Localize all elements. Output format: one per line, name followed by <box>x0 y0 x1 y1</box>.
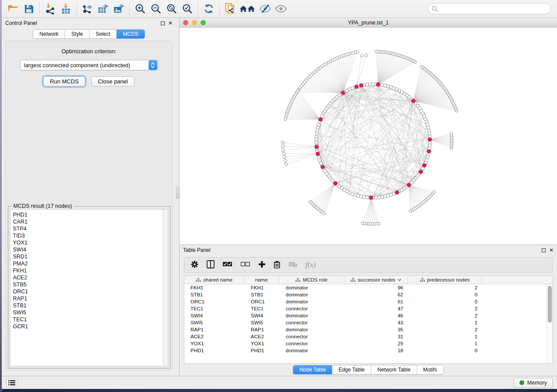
table-settings-gear-icon[interactable] <box>190 260 199 270</box>
cell-successor-nodes[interactable]: 46 <box>345 312 409 319</box>
tab-edge-table[interactable]: Edge Table <box>332 365 371 374</box>
delete-row-trash-icon[interactable] <box>273 260 280 270</box>
mcds-result-item[interactable]: GCR1 <box>13 323 160 330</box>
mcds-result-item[interactable]: STB5 <box>13 281 160 288</box>
cell-MCDS-role[interactable]: dominator <box>280 298 345 305</box>
tab-node-table[interactable]: Node Table <box>293 365 332 374</box>
column-header-MCDS-role[interactable]: MCDS role <box>279 276 344 284</box>
table-row[interactable]: TEC1TEC1connector472 <box>184 305 552 312</box>
table-row[interactable]: YOX1YOX1connector291 <box>184 340 552 347</box>
cell-name[interactable]: YOX1 <box>245 340 280 347</box>
import-table-icon[interactable] <box>58 1 74 16</box>
column-header-successor-nodes[interactable]: successor nodes <box>344 276 408 284</box>
network-canvas[interactable] <box>180 28 557 244</box>
deselect-all-icon[interactable] <box>240 261 250 269</box>
tab-mcds[interactable]: MCDS <box>117 30 144 38</box>
show-all-icon[interactable] <box>273 1 289 16</box>
zoom-in-icon[interactable] <box>132 1 148 16</box>
cell-successor-nodes[interactable]: 62 <box>345 291 409 298</box>
cell-name[interactable]: STB1 <box>245 291 280 298</box>
tab-motifs[interactable]: Motifs <box>417 365 443 374</box>
run-mcds-button[interactable]: Run MCDS <box>43 76 85 86</box>
mcds-result-item[interactable]: ORC1 <box>13 288 160 295</box>
cell-predecessor-nodes[interactable]: 1 <box>409 340 484 347</box>
select-all-icon[interactable] <box>222 261 232 269</box>
cell-successor-nodes[interactable]: 31 <box>345 333 409 340</box>
table-row[interactable]: STB1STB1dominator620 <box>184 291 552 298</box>
cell-name[interactable]: ACE2 <box>245 333 280 340</box>
cell-name[interactable]: ORC1 <box>245 298 280 305</box>
memory-button[interactable]: Memory <box>514 378 553 388</box>
close-panel-button[interactable]: Close panel <box>91 76 135 86</box>
table-row[interactable]: SWI4SWI4dominator462 <box>184 312 552 319</box>
column-header-shared-name[interactable]: shared name <box>184 276 244 284</box>
cell-predecessor-nodes[interactable]: 0 <box>409 291 484 298</box>
cell-predecessor-nodes[interactable]: 2 <box>409 326 484 333</box>
cell-shared-name[interactable]: ACE2 <box>184 333 245 340</box>
cell-shared-name[interactable]: PHD1 <box>184 347 245 354</box>
cell-shared-name[interactable]: YOX1 <box>184 340 245 347</box>
cell-shared-name[interactable]: STB1 <box>184 291 245 298</box>
float-panel-icon[interactable] <box>161 21 165 25</box>
mcds-result-item[interactable]: CAR1 <box>13 218 160 225</box>
cell-name[interactable]: SWI4 <box>245 312 280 319</box>
mcds-result-item[interactable]: PMA2 <box>13 260 160 267</box>
import-network-icon[interactable] <box>42 1 58 16</box>
cell-MCDS-role[interactable]: connector <box>280 340 345 347</box>
cell-shared-name[interactable]: RAP1 <box>184 326 245 333</box>
cell-successor-nodes[interactable]: 96 <box>345 284 409 291</box>
cell-predecessor-nodes[interactable]: 2 <box>409 312 484 319</box>
table-row[interactable]: SWI5SWI5connector431 <box>184 319 552 326</box>
table-scrollbar[interactable] <box>547 284 552 363</box>
mcds-result-item[interactable]: TEC1 <box>13 316 160 323</box>
cell-shared-name[interactable]: FKH1 <box>184 284 245 291</box>
mcds-result-item[interactable]: STB1 <box>13 302 160 309</box>
export-image-icon[interactable] <box>111 1 127 16</box>
cell-MCDS-role[interactable]: dominator <box>280 284 345 291</box>
mcds-result-item[interactable]: RAP1 <box>13 295 160 302</box>
zoom-out-icon[interactable] <box>148 1 164 16</box>
mcds-result-item[interactable]: SWI5 <box>13 309 160 316</box>
table-row[interactable]: RAP1RAP1dominator352 <box>184 326 552 333</box>
zoom-fit-icon[interactable] <box>164 1 180 16</box>
cell-name[interactable]: PHD1 <box>245 347 280 354</box>
sort-chevron-icon[interactable] <box>398 279 401 281</box>
cell-shared-name[interactable]: SWI5 <box>184 319 245 326</box>
table-row[interactable]: ORC1ORC1dominator610 <box>184 298 552 305</box>
cell-successor-nodes[interactable]: 29 <box>345 340 409 347</box>
panel-splitter[interactable] <box>176 18 179 376</box>
cell-MCDS-role[interactable]: connector <box>280 333 345 340</box>
tab-network-table[interactable]: Network Table <box>371 365 417 374</box>
cell-MCDS-role[interactable]: connector <box>280 305 345 312</box>
mcds-result-item[interactable]: FKH1 <box>13 267 160 274</box>
mcds-result-item[interactable]: STP4 <box>13 225 160 232</box>
cell-MCDS-role[interactable]: dominator <box>280 312 345 319</box>
column-header-predecessor-nodes[interactable]: predecessor nodes <box>408 276 482 284</box>
save-icon[interactable] <box>21 1 37 16</box>
export-network-icon[interactable] <box>80 1 95 16</box>
open-file-icon[interactable] <box>5 1 21 16</box>
mcds-result-list[interactable]: PHD1CAR1STP4TID3YOX1SWI4SRD1PMA2FKH1ACE2… <box>10 209 163 366</box>
search-input[interactable] <box>438 6 547 12</box>
refresh-icon[interactable] <box>201 1 217 16</box>
show-columns-icon[interactable] <box>207 260 214 270</box>
mcds-result-item[interactable]: ACE2 <box>13 274 160 281</box>
mcds-result-item[interactable]: SRD1 <box>13 253 160 260</box>
result-list-scrollbar[interactable] <box>163 209 168 366</box>
cell-name[interactable]: TEC1 <box>245 305 280 312</box>
cell-predecessor-nodes[interactable]: 0 <box>409 298 484 305</box>
hide-selected-icon[interactable] <box>257 1 273 16</box>
cell-predecessor-nodes[interactable]: 2 <box>409 305 484 312</box>
tab-style[interactable]: Style <box>65 30 90 38</box>
splitter-handle[interactable] <box>176 187 179 199</box>
task-history-button[interactable] <box>6 378 17 387</box>
cell-shared-name[interactable]: ORC1 <box>184 298 245 305</box>
cell-successor-nodes[interactable]: 43 <box>345 319 409 326</box>
cell-successor-nodes[interactable]: 35 <box>345 326 409 333</box>
table-row[interactable]: PHD1PHD1dominator180 <box>184 347 552 354</box>
mcds-result-item[interactable]: PHD1 <box>13 211 160 218</box>
mcds-result-item[interactable]: SWI4 <box>13 246 160 253</box>
cell-name[interactable]: FKH1 <box>245 284 280 291</box>
first-neighbors-icon[interactable] <box>238 1 257 16</box>
cell-MCDS-role[interactable]: dominator <box>280 347 345 354</box>
